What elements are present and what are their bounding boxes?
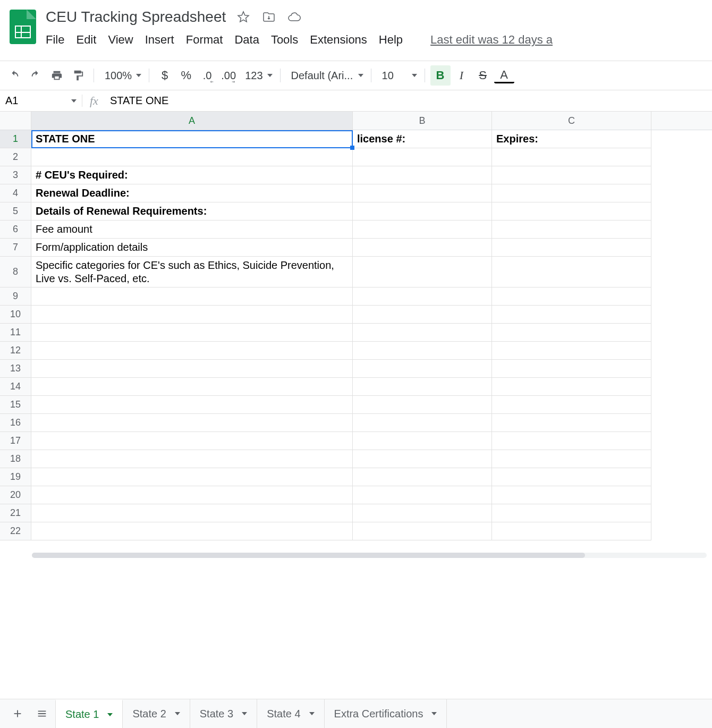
cell[interactable]	[31, 522, 353, 540]
cell[interactable]	[492, 202, 651, 221]
cell[interactable]	[353, 396, 492, 414]
row-header[interactable]: 14	[0, 378, 31, 396]
row-header[interactable]: 12	[0, 342, 31, 360]
cloud-status-icon[interactable]	[286, 9, 302, 25]
row-header[interactable]: 20	[0, 486, 31, 504]
cell[interactable]	[31, 287, 353, 306]
menu-edit[interactable]: Edit	[76, 33, 96, 47]
select-all-corner[interactable]	[0, 112, 31, 130]
cell[interactable]	[353, 450, 492, 468]
row-header[interactable]: 21	[0, 504, 31, 522]
cell[interactable]	[492, 486, 651, 504]
menu-format[interactable]: Format	[186, 33, 223, 47]
row-header[interactable]: 19	[0, 468, 31, 486]
cell[interactable]	[31, 342, 353, 360]
number-format-dropdown[interactable]: 123	[240, 70, 274, 82]
menu-file[interactable]: File	[46, 33, 64, 47]
cell[interactable]	[353, 184, 492, 202]
cell[interactable]	[492, 450, 651, 468]
decrease-decimal-button[interactable]: .0	[197, 65, 217, 86]
cell[interactable]	[492, 414, 651, 432]
font-size-dropdown[interactable]: 10	[377, 70, 419, 82]
row-header[interactable]: 11	[0, 324, 31, 342]
print-button[interactable]	[47, 65, 67, 86]
row-header[interactable]: 6	[0, 221, 31, 239]
cell[interactable]	[31, 450, 353, 468]
formula-input[interactable]: STATE ONE	[106, 95, 712, 107]
cell[interactable]	[353, 202, 492, 221]
row-header[interactable]: 2	[0, 148, 31, 166]
cell[interactable]	[353, 257, 492, 287]
cell[interactable]	[353, 378, 492, 396]
cell[interactable]	[31, 148, 353, 166]
sheet-tab[interactable]: State 2	[123, 699, 190, 729]
row-header[interactable]: 3	[0, 166, 31, 184]
cell[interactable]	[492, 396, 651, 414]
row-header[interactable]: 22	[0, 522, 31, 540]
cell[interactable]	[31, 306, 353, 324]
cell[interactable]	[353, 148, 492, 166]
percent-button[interactable]: %	[176, 65, 196, 86]
zoom-dropdown[interactable]: 100%	[99, 70, 143, 82]
cell[interactable]	[31, 378, 353, 396]
cell[interactable]	[353, 239, 492, 257]
row-header[interactable]: 16	[0, 414, 31, 432]
last-edit-link[interactable]: Last edit was 12 days a	[430, 33, 553, 47]
cell[interactable]	[353, 342, 492, 360]
cell[interactable]	[31, 486, 353, 504]
cell[interactable]	[353, 504, 492, 522]
increase-decimal-button[interactable]: .00	[218, 65, 239, 86]
cell[interactable]: # CEU's Required:	[31, 166, 353, 184]
undo-button[interactable]	[4, 65, 24, 86]
cell[interactable]	[492, 239, 651, 257]
cell[interactable]	[492, 468, 651, 486]
row-header[interactable]: 17	[0, 432, 31, 450]
cell[interactable]	[353, 468, 492, 486]
doc-title[interactable]: CEU Tracking Spreadsheet	[46, 9, 226, 26]
cell[interactable]	[31, 324, 353, 342]
cell[interactable]: Specific categories for CE's such as Eth…	[31, 257, 353, 287]
cell[interactable]	[492, 432, 651, 450]
cell[interactable]	[353, 486, 492, 504]
cell[interactable]	[492, 360, 651, 378]
sheet-tab[interactable]: State 3	[190, 699, 257, 729]
cell[interactable]	[492, 378, 651, 396]
column-header-c[interactable]: C	[492, 112, 651, 130]
cell[interactable]	[492, 257, 651, 287]
row-header[interactable]: 8	[0, 257, 31, 287]
cell[interactable]: Renewal Deadline:	[31, 184, 353, 202]
column-header-b[interactable]: B	[353, 112, 492, 130]
cell[interactable]	[492, 221, 651, 239]
column-header-a[interactable]: A	[31, 112, 353, 130]
cell[interactable]	[31, 360, 353, 378]
row-header[interactable]: 15	[0, 396, 31, 414]
row-header[interactable]: 13	[0, 360, 31, 378]
cell[interactable]	[492, 324, 651, 342]
bold-button[interactable]: B	[430, 65, 451, 86]
move-to-folder-icon[interactable]	[261, 9, 277, 25]
row-header[interactable]: 18	[0, 450, 31, 468]
row-header[interactable]: 5	[0, 202, 31, 221]
row-header[interactable]: 7	[0, 239, 31, 257]
cell[interactable]: Expires:	[492, 130, 651, 148]
sheet-tab[interactable]: State 1	[55, 699, 123, 729]
horizontal-scrollbar[interactable]	[32, 553, 707, 560]
redo-button[interactable]	[26, 65, 46, 86]
cell[interactable]	[353, 432, 492, 450]
cell[interactable]	[492, 306, 651, 324]
cell[interactable]	[31, 504, 353, 522]
all-sheets-button[interactable]	[31, 702, 53, 725]
paint-format-button[interactable]	[68, 65, 88, 86]
cell[interactable]	[492, 522, 651, 540]
cell[interactable]: Fee amount	[31, 221, 353, 239]
cell[interactable]	[353, 324, 492, 342]
menu-tools[interactable]: Tools	[271, 33, 298, 47]
row-header[interactable]: 4	[0, 184, 31, 202]
cell[interactable]	[353, 287, 492, 306]
cell[interactable]: license #:	[353, 130, 492, 148]
cell[interactable]	[492, 287, 651, 306]
add-sheet-button[interactable]	[6, 702, 29, 725]
cell[interactable]	[31, 396, 353, 414]
menu-data[interactable]: Data	[234, 33, 259, 47]
cell[interactable]	[492, 166, 651, 184]
